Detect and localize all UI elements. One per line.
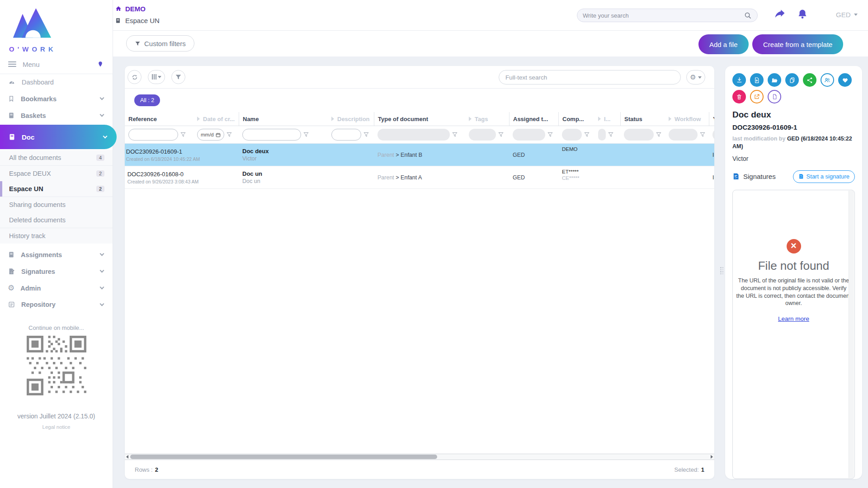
column-header-name[interactable]: Name: [239, 112, 328, 126]
column-header-i[interactable]: I...: [594, 112, 620, 126]
submenu-label: Sharing documents: [9, 201, 66, 208]
column-label: Date of cr...: [203, 116, 235, 122]
funnel-icon[interactable]: [226, 132, 232, 137]
refresh-button[interactable]: [127, 70, 142, 84]
folder-open-icon[interactable]: [768, 73, 781, 87]
column-header-status[interactable]: Status: [620, 112, 665, 126]
y-filter-disabled[interactable]: [712, 129, 714, 141]
search-icon[interactable]: [744, 12, 752, 19]
all-filter-badge[interactable]: All : 2: [134, 94, 160, 106]
column-header-type[interactable]: Type of document: [374, 112, 465, 126]
funnel-icon[interactable]: [303, 132, 309, 137]
funnel-icon[interactable]: [180, 132, 186, 137]
caret-down-icon: [698, 76, 702, 79]
column-header-assigned[interactable]: Assigned t...: [509, 112, 558, 126]
column-label: Name: [243, 116, 259, 122]
submenu-deleted-documents[interactable]: Deleted documents: [0, 212, 113, 228]
workflow-filter-disabled[interactable]: [669, 129, 698, 141]
column-header-date[interactable]: Date of cr...: [193, 112, 239, 126]
document-icon[interactable]: [768, 90, 781, 103]
sidebar-item-repository[interactable]: Repository: [0, 296, 113, 313]
reference-filter-input[interactable]: [128, 129, 178, 141]
i-filter-disabled[interactable]: [598, 129, 606, 141]
legal-notice-link[interactable]: Legal notice: [0, 424, 113, 430]
tags-filter-disabled[interactable]: [469, 129, 496, 141]
user-menu[interactable]: GED: [836, 11, 858, 19]
funnel-icon[interactable]: [547, 132, 553, 137]
learn-more-link[interactable]: Learn more: [778, 315, 809, 322]
heart-icon[interactable]: [838, 73, 852, 87]
menu-label: Menu: [23, 61, 40, 68]
preview-scrollbar[interactable]: [849, 191, 854, 478]
users-icon[interactable]: [821, 73, 834, 87]
modified-label: last modification by: [732, 136, 785, 142]
column-header-company[interactable]: Comp...: [558, 112, 594, 126]
custom-filters-button[interactable]: Custom filters: [126, 35, 194, 52]
trash-icon[interactable]: [732, 90, 746, 103]
scroll-right-arrow[interactable]: [711, 455, 713, 459]
share-forward-icon[interactable]: [773, 8, 787, 21]
pin-icon[interactable]: [97, 61, 104, 68]
share-icon[interactable]: [803, 73, 816, 87]
date-filter-input[interactable]: mm/d: [197, 129, 224, 141]
funnel-icon[interactable]: [608, 132, 613, 137]
download-icon[interactable]: [732, 73, 746, 87]
scroll-left-arrow[interactable]: [126, 455, 128, 459]
submenu-sharing-documents[interactable]: Sharing documents: [0, 197, 113, 212]
breadcrumb-space[interactable]: Espace UN: [115, 17, 160, 24]
sidebar-item-doc-active[interactable]: Doc: [0, 125, 117, 149]
sidebar-item-admin[interactable]: ⚙ Admin: [0, 280, 113, 296]
column-header-reference[interactable]: Reference: [125, 112, 193, 126]
assigned-filter-disabled[interactable]: [513, 129, 545, 141]
funnel-icon[interactable]: [498, 132, 504, 137]
submenu-history-track[interactable]: History track: [0, 228, 113, 244]
copy-icon[interactable]: [785, 73, 799, 87]
global-search-input[interactable]: [583, 12, 744, 19]
type-filter-disabled[interactable]: [377, 129, 450, 141]
add-file-button[interactable]: Add a file: [698, 34, 749, 54]
full-text-search-input[interactable]: [505, 74, 674, 81]
funnel-icon: [135, 41, 141, 47]
funnel-icon[interactable]: [656, 132, 661, 137]
scrollbar-thumb[interactable]: [130, 455, 437, 459]
sidebar-menu-toggle[interactable]: Menu: [0, 53, 113, 74]
gear-icon: ⚙: [690, 74, 696, 81]
panel-resize-handle[interactable]: [720, 267, 724, 274]
book-icon: [8, 133, 16, 141]
funnel-icon[interactable]: [700, 132, 705, 137]
column-header-workflow[interactable]: Workflow: [665, 112, 709, 126]
sidebar: O'WORK Menu Dashboard Bookmarks Baskets …: [0, 0, 113, 488]
create-from-template-button[interactable]: Create from a template: [752, 34, 843, 54]
column-header-tags[interactable]: Tags: [465, 112, 509, 126]
scrollbar-track[interactable]: [130, 455, 709, 459]
funnel-icon[interactable]: [363, 132, 369, 137]
table-row[interactable]: DOC230926-01608-0 Created on 9/26/2023 3…: [125, 166, 714, 189]
bell-icon[interactable]: [796, 8, 809, 21]
submenu-espace-un-selected[interactable]: Espace UN 2: [0, 181, 113, 197]
submenu-espace-deux[interactable]: Espace DEUX 2: [0, 166, 113, 181]
company-filter-disabled[interactable]: [562, 129, 582, 141]
caret-down-icon: [158, 76, 161, 78]
breadcrumb-workspace[interactable]: DEMO: [115, 5, 146, 13]
upload-file-icon[interactable]: [750, 73, 764, 87]
column-header-y[interactable]: Y: [709, 112, 714, 126]
status-filter-disabled[interactable]: [624, 129, 654, 141]
columns-button[interactable]: [148, 70, 165, 84]
table-settings-button[interactable]: ⚙: [686, 70, 705, 84]
start-signature-button[interactable]: Start a signature: [793, 170, 855, 183]
name-filter-input[interactable]: [242, 129, 301, 141]
funnel-icon[interactable]: [584, 132, 590, 137]
sidebar-item-assignments[interactable]: Assignments: [0, 246, 113, 263]
table-row[interactable]: w DOC230926-01609-1 Created on 6/18/2024…: [125, 144, 714, 166]
funnel-icon[interactable]: [452, 132, 458, 137]
description-filter-input[interactable]: [331, 129, 361, 141]
submenu-all-documents[interactable]: All the documents 4: [0, 150, 113, 165]
filter-button[interactable]: [171, 70, 185, 84]
mountain-logo-icon: [8, 6, 56, 42]
sidebar-item-baskets[interactable]: Baskets: [0, 107, 113, 124]
sidebar-item-dashboard[interactable]: Dashboard: [0, 74, 113, 90]
column-header-description[interactable]: Description: [328, 112, 374, 126]
sidebar-item-signatures[interactable]: Signatures: [0, 263, 113, 280]
edit-external-icon[interactable]: [750, 90, 764, 103]
sidebar-item-bookmarks[interactable]: Bookmarks: [0, 90, 113, 107]
